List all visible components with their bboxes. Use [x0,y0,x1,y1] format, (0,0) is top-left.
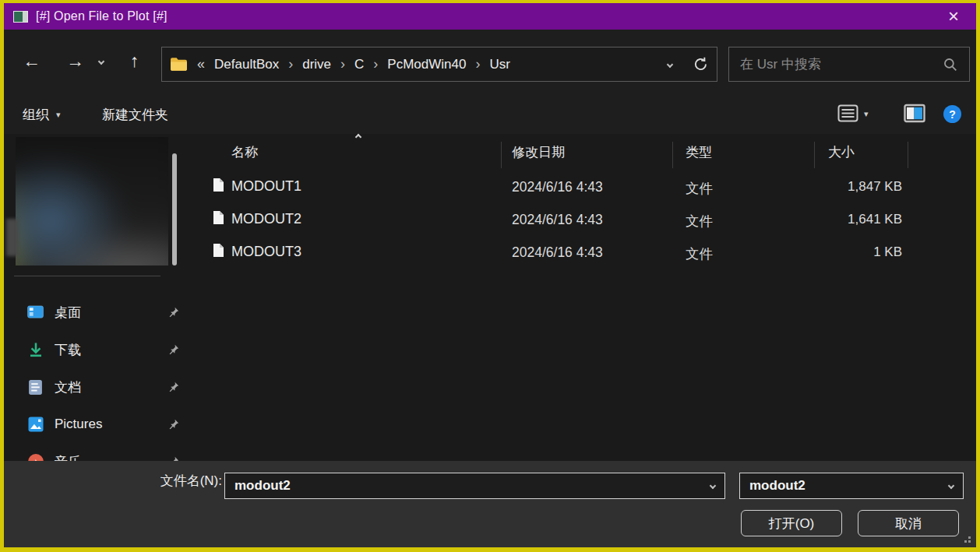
file-icon [213,243,224,258]
file-date: 2024/6/16 4:43 [512,179,603,195]
open-button[interactable]: 打开(O) [741,510,842,536]
title-bar[interactable]: [#] Open File to Plot [#] × [4,3,976,30]
filename-label: 文件名(N): [150,472,222,490]
back-button[interactable]: ← [23,52,41,70]
organize-label: 组织 [23,106,49,124]
breadcrumb-item[interactable]: drive [302,57,331,72]
open-file-dialog: [#] Open File to Plot [#] × ← → ↑ « Defa… [4,3,976,547]
pin-icon[interactable] [167,419,179,431]
sidebar-item-pictures[interactable]: Pictures [27,407,179,441]
sidebar-item-label: 桌面 [55,304,157,322]
search-icon[interactable] [943,57,958,72]
chevron-down-icon[interactable] [710,483,716,489]
sidebar-divider [14,276,160,276]
file-size: 1,641 KB [785,212,902,227]
view-dropdown-icon[interactable]: ▾ [864,109,869,119]
address-dropdown-chevron-icon[interactable] [667,61,673,67]
sidebar-partial-item [6,219,18,256]
column-header-size[interactable]: 大小 [828,143,855,161]
pin-icon[interactable] [167,344,179,356]
details-view-button[interactable] [837,104,858,125]
sidebar-item-label: 下载 [55,341,157,359]
dialog-footer: 文件名(N): modout2 打开(O) 取消 [4,461,976,547]
organize-button[interactable]: 组织 ▾ [23,106,61,124]
breadcrumb-separator-icon: › [340,56,345,72]
file-date: 2024/6/16 4:43 [512,244,603,261]
recent-locations-chevron-icon[interactable] [98,58,104,65]
file-icon [213,210,224,225]
column-header-date[interactable]: 修改日期 [512,143,565,161]
sidebar-item-downloads[interactable]: 下载 [27,332,179,367]
details-view-icon [837,104,858,122]
column-divider[interactable] [672,142,673,168]
up-button[interactable]: ↑ [130,52,139,70]
sidebar-preview-thumbnail [16,137,168,265]
search-placeholder: 在 Usr 中搜索 [740,55,943,73]
file-size: 1,847 KB [785,179,902,195]
breadcrumb: « DefaultBox › drive › C › PcModWin40 › … [197,56,668,72]
pin-icon[interactable] [167,381,179,393]
breadcrumb-item[interactable]: DefaultBox [214,57,279,72]
new-folder-button[interactable]: 新建文件夹 [102,106,168,124]
filename-combo[interactable] [224,473,725,499]
address-bar[interactable]: « DefaultBox › drive › C › PcModWin40 › … [161,47,717,82]
file-name: MODOUT1 [231,178,301,195]
breadcrumb-separator-icon: › [288,56,293,72]
documents-icon [27,379,44,396]
filename-input[interactable] [234,478,710,494]
sidebar-item-label: 文档 [55,378,157,396]
desktop-icon [27,304,44,321]
window-title: [#] Open File to Plot [#] [36,9,167,23]
column-divider[interactable] [501,142,502,168]
breadcrumb-overflow[interactable]: « [197,56,205,72]
filetype-combo[interactable]: modout2 [739,473,964,499]
sidebar-item-label: Pictures [55,417,157,432]
column-header-name[interactable]: 名称 [231,143,258,161]
column-divider[interactable] [908,142,908,168]
forward-button[interactable]: → [66,52,84,70]
chevron-down-icon[interactable] [948,483,954,489]
file-date: 2024/6/16 4:43 [512,212,603,228]
organize-dropdown-icon: ▾ [56,110,61,120]
sidebar-item-desktop[interactable]: 桌面 [27,295,179,329]
folder-icon [170,57,188,72]
breadcrumb-item[interactable]: Usr [489,57,509,72]
preview-pane-button[interactable] [904,104,925,126]
refresh-icon[interactable] [693,56,709,72]
file-type: 文件 [686,244,713,263]
breadcrumb-item[interactable]: C [354,57,364,72]
breadcrumb-item[interactable]: PcModWin40 [387,57,466,72]
pin-icon[interactable] [167,307,179,318]
file-name: MODOUT2 [231,211,301,227]
navigation-chrome: ← → ↑ « DefaultBox › drive › C › PcMo [4,30,976,134]
close-icon[interactable]: × [940,9,967,24]
sort-ascending-icon [355,134,361,140]
search-box[interactable]: 在 Usr 中搜索 [728,47,970,82]
file-type: 文件 [686,212,713,230]
sidebar-scrollbar[interactable] [172,153,177,265]
breadcrumb-separator-icon: › [475,56,480,72]
window-frame: [#] Open File to Plot [#] × ← → ↑ « Defa… [0,0,980,552]
file-name: MODOUT3 [231,244,301,260]
app-window-icon [13,11,28,23]
preview-pane-icon [904,104,925,123]
file-icon [213,178,224,192]
pictures-icon [27,417,44,433]
sidebar-item-documents[interactable]: 文档 [27,370,179,404]
file-type: 文件 [686,179,713,198]
help-icon[interactable]: ? [943,105,961,123]
column-divider[interactable] [814,142,815,168]
cancel-button[interactable]: 取消 [858,510,959,536]
column-header-type[interactable]: 类型 [686,143,712,161]
filetype-value: modout2 [749,478,949,494]
new-folder-label: 新建文件夹 [102,106,168,124]
downloads-icon [27,342,44,358]
file-size: 1 KB [785,244,902,260]
breadcrumb-separator-icon: › [373,56,378,72]
